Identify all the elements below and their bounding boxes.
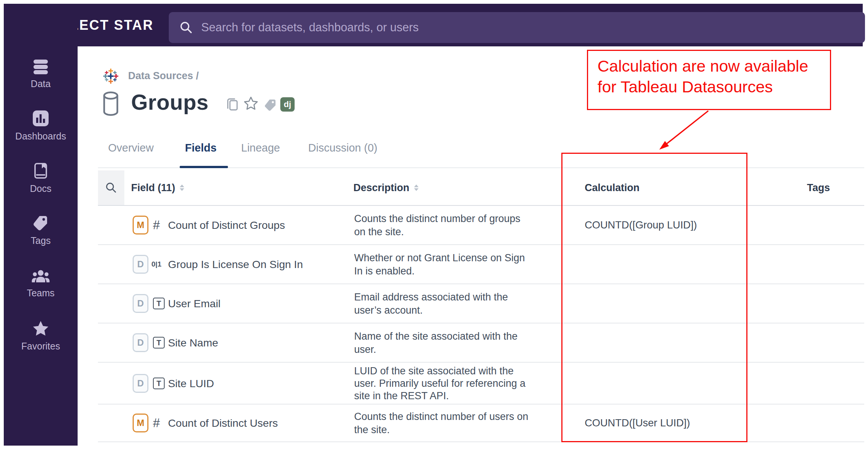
boolean-type-icon: 0|1: [151, 260, 161, 268]
column-header-field: Field (11): [131, 182, 184, 194]
dimension-badge: D: [133, 333, 148, 352]
dimension-badge: D: [133, 255, 148, 274]
breadcrumb[interactable]: Data Sources /: [128, 70, 199, 82]
field-description: Counts the distinct number of users on t…: [354, 410, 528, 436]
people-icon: [31, 267, 50, 284]
search-icon: [179, 21, 193, 34]
sidebar-item-label: Favorites: [21, 341, 60, 352]
favorite-star-icon[interactable]: [243, 96, 258, 112]
text-type-icon: T: [153, 377, 165, 389]
field-description: Counts the distinct number of groups on …: [354, 212, 520, 238]
book-icon: [32, 162, 49, 179]
table-row[interactable]: D 0|1 Group Is License On Sign In Whethe…: [98, 245, 864, 284]
column-header-description: Description: [353, 182, 419, 194]
tab-fields[interactable]: Fields: [185, 142, 217, 154]
table-row[interactable]: D T Site LUID LUID of the site associate…: [98, 363, 864, 405]
tab-lineage[interactable]: Lineage: [241, 142, 280, 154]
field-description: LUID of the site associated with the use…: [354, 365, 526, 402]
tag-icon: [32, 214, 49, 231]
select-star-app: [ ✳ ] SELECT STAR Search for datasets, d…: [0, 0, 868, 452]
field-name[interactable]: Count of Distinct Groups: [168, 219, 285, 231]
sidebar-item-docs[interactable]: Docs: [4, 162, 78, 194]
field-description: Name of the site associated with the use…: [354, 330, 518, 356]
sidebar-item-dashboards[interactable]: Dashboards: [4, 110, 78, 142]
column-header-tags: Tags: [807, 182, 830, 194]
sidebar-item-label: Data: [31, 78, 51, 89]
field-description: Whether or not Grant License on Sign In …: [354, 251, 525, 277]
global-search-input[interactable]: Search for datasets, dashboards, or user…: [169, 12, 865, 43]
number-type-icon: #: [153, 218, 160, 232]
sidebar-item-teams[interactable]: Teams: [4, 267, 78, 299]
dimension-badge: D: [133, 374, 148, 393]
sidebar-nav: Data Dashboards Docs: [4, 4, 78, 446]
sidebar-item-data[interactable]: Data: [4, 57, 78, 89]
table-row[interactable]: M # Count of Distinct Users Counts the d…: [98, 405, 864, 442]
sidebar-item-label: Tags: [31, 235, 51, 246]
field-calculation: COUNTD([Group LUID]): [585, 219, 697, 231]
sidebar-item-label: Teams: [27, 288, 55, 299]
column-header-calculation: Calculation: [585, 182, 640, 194]
tab-overview[interactable]: Overview: [108, 142, 154, 154]
sidebar-item-label: Docs: [30, 183, 52, 194]
table-row[interactable]: D T User Email Email address associated …: [98, 284, 864, 323]
tab-discussion[interactable]: Discussion (0): [308, 142, 377, 154]
table-row[interactable]: M # Count of Distinct Groups Counts the …: [98, 206, 864, 245]
active-tab-underline: [180, 166, 228, 168]
sidebar-item-tags[interactable]: Tags: [4, 214, 78, 246]
top-header-bar: [ ✳ ] SELECT STAR Search for datasets, d…: [4, 4, 863, 46]
table-header-row: Field (11) Description Calculation Tags: [98, 170, 864, 206]
datasource-cylinder-icon: [102, 91, 120, 119]
measure-badge: M: [133, 414, 148, 432]
field-name[interactable]: User Email: [168, 297, 220, 310]
text-type-icon: T: [153, 298, 165, 310]
text-type-icon: T: [153, 337, 165, 349]
field-calculation: COUNTD([User LUID]): [585, 417, 690, 429]
field-name[interactable]: Site LUID: [168, 377, 214, 389]
dimension-badge: D: [133, 294, 148, 313]
copy-icon[interactable]: [226, 97, 239, 113]
database-icon: [32, 57, 49, 75]
number-type-icon: #: [153, 416, 160, 430]
star-icon: [32, 320, 49, 337]
annotation-arrow: [647, 107, 719, 156]
sort-field-icon[interactable]: [180, 185, 184, 191]
annotation-callout: Calculation are now available for Tablea…: [587, 50, 831, 110]
search-placeholder: Search for datasets, dashboards, or user…: [201, 21, 419, 34]
table-row[interactable]: D T Site Name Name of the site associate…: [98, 323, 864, 363]
field-name[interactable]: Group Is License On Sign In: [168, 258, 303, 271]
field-description: Email address associated with the user’s…: [354, 291, 508, 317]
tableau-icon: [103, 68, 118, 86]
table-search-button[interactable]: [98, 170, 124, 205]
sort-description-icon[interactable]: [414, 185, 419, 191]
field-name[interactable]: Site Name: [168, 337, 218, 349]
measure-badge: M: [133, 216, 148, 234]
bar-chart-icon: [32, 110, 49, 127]
add-tag-icon[interactable]: [264, 98, 277, 113]
page-title: Groups: [131, 90, 209, 115]
sidebar-item-favorites[interactable]: Favorites: [4, 320, 78, 352]
field-name[interactable]: Count of Distinct Users: [168, 417, 278, 429]
sidebar-item-label: Dashboards: [15, 131, 66, 142]
dj-integration-badge[interactable]: dj: [280, 97, 295, 112]
search-icon: [105, 182, 117, 194]
